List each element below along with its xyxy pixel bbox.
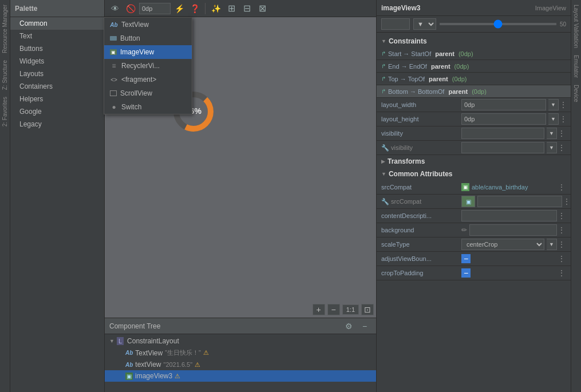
zoom-minus-btn[interactable]: −	[327, 304, 340, 315]
scaletype-select[interactable]: centerCrop	[461, 239, 544, 250]
layout-height-overflow[interactable]: ⋮	[559, 113, 568, 125]
z-structure-tab[interactable]: Z: Structure	[2, 58, 8, 92]
layout-width-overflow[interactable]: ⋮	[559, 99, 568, 110]
category-helpers[interactable]: Helpers	[10, 93, 104, 105]
help-btn[interactable]: ❓	[188, 2, 201, 15]
widget-textview[interactable]: Ab TextView	[104, 18, 192, 31]
layout-width-input[interactable]	[461, 99, 546, 110]
constraint-bottom-text: Bottom → BottomOf	[388, 88, 444, 95]
tree-item-textview1[interactable]: Ab TextView "生日快乐！" ⚠	[105, 347, 376, 359]
ab-icon-2: Ab	[125, 362, 133, 368]
widget-button[interactable]: Button	[104, 31, 192, 45]
widget-recyclerview[interactable]: ≡ RecyclerVi...	[104, 59, 192, 73]
component-tree-header: Component Tree ⚙ −	[105, 318, 376, 334]
croptopadding-overflow[interactable]: ⋮	[557, 267, 566, 279]
adjustviewbounds-minus-btn[interactable]: −	[461, 254, 471, 263]
num-input[interactable]: 0	[381, 18, 410, 30]
device-tab[interactable]: Device	[573, 82, 579, 105]
component-tree-collapse-btn[interactable]: −	[358, 319, 371, 333]
constraint-end-val: (0dp)	[453, 63, 469, 70]
eye-btn[interactable]: 👁	[108, 2, 122, 15]
constraint-top-text: Top → TopOf	[388, 76, 425, 82]
magic-btn[interactable]: ✨	[209, 2, 223, 15]
attr-visibility-2: 🔧 visibility ▼ ⋮	[377, 141, 571, 155]
layout-height-input[interactable]	[461, 113, 546, 125]
widget-switch[interactable]: ● Switch	[104, 100, 192, 114]
srccompat-2-overflow[interactable]: ⋮	[562, 196, 571, 207]
emulator-tab[interactable]: Emulator	[573, 53, 579, 80]
srccompat-1-value: ▣ able/canva_birthday	[461, 183, 557, 191]
constraint-start-bold: parent	[433, 50, 454, 57]
chain-btn[interactable]: ⚡	[172, 2, 186, 15]
common-attrs-section-header[interactable]: ▼ Common Attributes	[377, 168, 571, 180]
category-buttons[interactable]: Buttons	[10, 42, 104, 55]
visibility-2-overflow[interactable]: ⋮	[557, 142, 566, 153]
sep1	[205, 3, 205, 14]
srccompat-2-img: ▣	[461, 196, 475, 207]
visibility-2-chevron[interactable]: ▼	[547, 142, 557, 153]
constraint-end-text: End → EndOf	[388, 63, 427, 70]
common-attrs-chevron: ▼	[381, 171, 386, 177]
visibility-1-chevron[interactable]: ▼	[547, 128, 557, 139]
align-left-btn[interactable]: ⊞	[224, 2, 238, 15]
widget-fragment[interactable]: <> <fragment>	[104, 73, 192, 86]
background-overflow[interactable]: ⋮	[557, 224, 566, 236]
ratio-btn[interactable]: 1:1	[342, 304, 359, 315]
category-legacy[interactable]: Legacy	[10, 118, 104, 130]
scaletype-overflow[interactable]: ⋮	[557, 239, 566, 250]
constraints-section-header[interactable]: ▼ Constraints	[377, 35, 571, 47]
widget-dropdown: Ab TextView Button ▣ ImageView ≡ Recycle…	[104, 17, 192, 114]
component-tree: Component Tree ⚙ − ▼ L ConstraintLayout …	[105, 318, 376, 392]
srccompat-2-input[interactable]	[477, 196, 562, 207]
favorites-tab[interactable]: 2: Favorites	[2, 94, 8, 129]
attr-visibility-1: visibility ▼ ⋮	[377, 126, 571, 141]
constraint-bottom-bold: parent	[446, 88, 468, 95]
contentdesc-overflow[interactable]: ⋮	[557, 210, 566, 221]
component-name: imageView3	[381, 4, 420, 12]
contentdesc-input[interactable]	[461, 210, 557, 221]
dp-input[interactable]	[139, 3, 171, 14]
align-center-btn[interactable]: ⊟	[240, 2, 254, 15]
background-input[interactable]	[469, 224, 557, 236]
category-widgets[interactable]: Widgets	[10, 55, 104, 68]
align-right-btn[interactable]: ⊠	[255, 2, 269, 15]
constraint-start-text: Start → StartOf	[388, 50, 431, 57]
category-containers[interactable]: Containers	[10, 80, 104, 93]
layout-height-chevron[interactable]: ▼	[548, 113, 559, 125]
tree-item-imageview3[interactable]: ▣ imageView3 ⚠	[105, 370, 376, 382]
visibility-2-label: 🔧 visibility	[381, 144, 461, 152]
zoom-plus-btn[interactable]: +	[313, 304, 325, 315]
visibility-1-select[interactable]	[461, 128, 544, 139]
contentdesc-value	[461, 210, 557, 221]
category-text[interactable]: Text	[10, 30, 104, 42]
visibility-1-overflow[interactable]: ⋮	[557, 128, 566, 139]
slider[interactable]	[440, 23, 556, 25]
visibility-2-select[interactable]	[461, 142, 544, 153]
tree-item-constraintlayout[interactable]: ▼ L ConstraintLayout	[105, 335, 376, 347]
no-btn[interactable]: 🚫	[124, 2, 137, 15]
adjustviewbounds-overflow[interactable]: ⋮	[557, 253, 566, 264]
category-common[interactable]: Common	[10, 17, 104, 30]
widget-recyclerview-label: RecyclerVi...	[121, 62, 160, 70]
adjustviewbounds-value: −	[461, 254, 557, 263]
transforms-section-header[interactable]: ▶ Transforms	[377, 155, 571, 168]
srccompat-1-overflow[interactable]: ⋮	[557, 181, 566, 193]
constraint-end-arrow: ↱	[381, 63, 386, 69]
component-tree-settings-btn[interactable]: ⚙	[342, 319, 355, 333]
fit-btn[interactable]: ⊡	[361, 304, 374, 315]
layout-height-label: layout_height	[381, 116, 461, 122]
num-select[interactable]: ▼	[413, 18, 436, 30]
layout-validation-tab[interactable]: Layout Validation	[573, 2, 579, 50]
tree-label-constraintlayout: ConstraintLayout	[127, 337, 179, 345]
category-google[interactable]: Google	[10, 105, 104, 118]
widget-scrollview[interactable]: ScrollView	[104, 86, 192, 100]
tree-item-textview2[interactable]: Ab textView "2021.6.5" ⚠	[105, 359, 376, 370]
layout-width-chevron[interactable]: ▼	[548, 99, 559, 110]
constraints-chevron: ▼	[381, 38, 386, 44]
category-layouts[interactable]: Layouts	[10, 68, 104, 80]
attr-layout-width: layout_width ▼ ⋮	[377, 98, 571, 112]
croptopadding-minus-btn[interactable]: −	[461, 268, 471, 278]
resource-manager-tab[interactable]: Resource Manager	[2, 2, 8, 56]
scaletype-chevron[interactable]: ▼	[547, 239, 557, 250]
widget-imageview[interactable]: ▣ ImageView	[104, 45, 192, 59]
